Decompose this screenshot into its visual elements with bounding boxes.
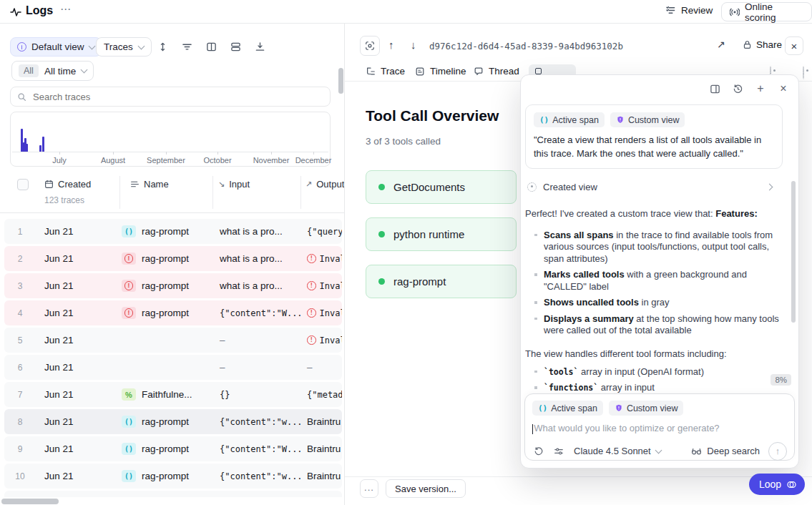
column-header-name[interactable]: Name: [144, 179, 169, 190]
pulse-icon: [10, 6, 21, 18]
table-row[interactable]: 4 Jun 21 !rag-prompt {"content":"W... !I…: [4, 300, 342, 325]
review-button[interactable]: Review: [665, 5, 713, 16]
deep-search-button[interactable]: Deep search: [690, 445, 760, 458]
view-selector-button[interactable]: Default view: [10, 37, 102, 57]
chat-input[interactable]: What would you like to optimize or gener…: [532, 423, 787, 434]
created-view-row[interactable]: Created view: [525, 182, 783, 192]
month-label: July: [52, 156, 67, 165]
loop-button[interactable]: Loop: [749, 474, 805, 495]
called-dot-icon: [378, 231, 385, 237]
table-row[interactable]: 1 Jun 21 ()rag-prompt what is a pro... {…: [4, 219, 342, 244]
column-header-created[interactable]: Created: [58, 179, 91, 190]
custom-view-tab-icon: [535, 68, 542, 74]
filter-icon[interactable]: [182, 41, 192, 52]
all-chip[interactable]: All: [19, 64, 39, 77]
trace-count: 123 traces: [44, 195, 84, 205]
table-row[interactable]: 7 Jun 21 %Faithfulne... {} {"metad: [4, 382, 342, 407]
focus-icon: [365, 41, 375, 51]
share-label: Share: [756, 39, 782, 50]
assistant-scrollbar[interactable]: [791, 181, 796, 323]
tool-card[interactable]: GetDocuments: [366, 170, 517, 204]
loop-rings-icon: [786, 479, 797, 490]
row-number: 6: [4, 363, 36, 373]
search-box[interactable]: [10, 87, 331, 107]
reset-history-icon[interactable]: [532, 445, 545, 458]
cell-name: rag-prompt: [142, 443, 189, 454]
cell-created: Jun 21: [36, 362, 122, 373]
table-row[interactable]: 2 Jun 21 !rag-prompt what is a pro... !I…: [4, 246, 342, 271]
object-selector-button[interactable]: Traces: [96, 37, 152, 57]
feature-item: Marks called tools with a green backgrou…: [525, 269, 783, 293]
new-chat-icon[interactable]: +: [754, 82, 767, 95]
custom-view-badge[interactable]: Custom view: [610, 112, 685, 127]
tab-timeline[interactable]: Timeline: [415, 66, 466, 77]
online-scoring-button[interactable]: Online scoring: [721, 2, 812, 21]
radio-waves-icon: [730, 7, 740, 17]
download-icon[interactable]: [255, 41, 265, 52]
open-external-icon[interactable]: ↗: [717, 39, 725, 50]
chat-placeholder: What would you like to optimize or gener…: [534, 423, 719, 433]
called-dot-icon: [378, 184, 385, 190]
assistant-panel: + × () Active span Custom view "Create a…: [520, 74, 799, 469]
history-icon[interactable]: [731, 82, 744, 95]
select-all-checkbox[interactable]: [17, 179, 29, 190]
tab-thread[interactable]: Thread: [474, 66, 519, 77]
cell-input: {"content":"W...: [215, 444, 303, 454]
cell-input: what is a pro...: [215, 280, 303, 291]
cell-name: Faithfulne...: [142, 389, 192, 400]
cell-input: {}: [215, 390, 303, 400]
columns-layout-icon[interactable]: [206, 41, 217, 52]
send-button[interactable]: ↑: [768, 442, 787, 461]
online-scoring-label: Online scoring: [745, 1, 803, 23]
sort-updown-icon[interactable]: [157, 41, 168, 52]
percent-icon: %: [122, 388, 136, 401]
time-range-label: All time: [44, 66, 76, 77]
side-panel-icon[interactable]: [708, 82, 721, 95]
share-button[interactable]: Share: [743, 39, 782, 50]
custom-view-badge[interactable]: Custom view: [609, 401, 684, 416]
cell-created: Jun 21: [36, 226, 122, 237]
active-span-badge[interactable]: () Active span: [532, 401, 603, 416]
prev-trace-icon[interactable]: ↑: [388, 39, 394, 51]
cell-input: –: [215, 335, 303, 345]
column-header-output[interactable]: Output: [316, 179, 344, 190]
column-header-input[interactable]: Input: [229, 179, 250, 190]
more-options-button[interactable]: ...: [360, 479, 378, 498]
table-row[interactable]: 9 Jun 21 ()rag-prompt {"content":"W... B…: [4, 436, 342, 461]
glasses-icon: [690, 445, 703, 458]
time-filter-group[interactable]: All All time: [11, 61, 94, 81]
close-assistant-icon[interactable]: ×: [777, 82, 790, 95]
tab-trace[interactable]: Trace: [366, 66, 405, 77]
cell-input: {"content":"w...: [215, 417, 303, 427]
cell-output: Braintru: [303, 443, 342, 454]
next-trace-icon[interactable]: ↓: [411, 39, 416, 51]
close-trace-button[interactable]: ×: [785, 36, 803, 55]
cell-created: Jun 21: [36, 335, 122, 345]
traces-panel: Default view Traces All All time JulyAug…: [0, 24, 344, 505]
table-row[interactable]: 8 Jun 21 ()rag-prompt {"content":"w... B…: [4, 409, 342, 434]
cell-name: rag-prompt: [142, 471, 189, 481]
error-icon: !: [307, 254, 316, 263]
save-version-button[interactable]: Save version...: [386, 479, 466, 498]
vertical-scrollbar[interactable]: [338, 68, 343, 94]
error-icon: !: [307, 335, 316, 345]
horizontal-scrollbar[interactable]: [1, 499, 59, 504]
table-row[interactable]: 5 Jun 21 – !Invali: [4, 328, 342, 353]
active-span-badge[interactable]: () Active span: [534, 112, 605, 127]
format-item: `tools` array in input (OpenAI format): [525, 366, 783, 378]
focus-span-button[interactable]: [360, 36, 380, 56]
tool-card[interactable]: rag-prompt: [366, 265, 517, 298]
search-input[interactable]: [31, 91, 323, 103]
table-row[interactable]: 6 Jun 21 – –: [4, 355, 342, 380]
table-row[interactable]: 3 Jun 21 !rag-prompt what is a pro... !I…: [4, 273, 342, 298]
settings-sliders-icon[interactable]: [552, 445, 565, 458]
view-title: Tool Call Overview: [366, 107, 499, 124]
code-icon: (): [122, 443, 136, 455]
table-row[interactable]: 10 Jun 21 ()rag-prompt {"content":"w... …: [4, 464, 342, 489]
model-selector[interactable]: Claude 4.5 Sonnet: [574, 446, 661, 456]
more-menu-icon[interactable]: ⋯: [60, 3, 72, 16]
tool-card[interactable]: python runtime: [366, 217, 517, 251]
rows-layout-icon[interactable]: [230, 41, 241, 52]
chevron-down-icon: [88, 42, 95, 49]
context-usage-badge: 8%: [771, 374, 791, 386]
